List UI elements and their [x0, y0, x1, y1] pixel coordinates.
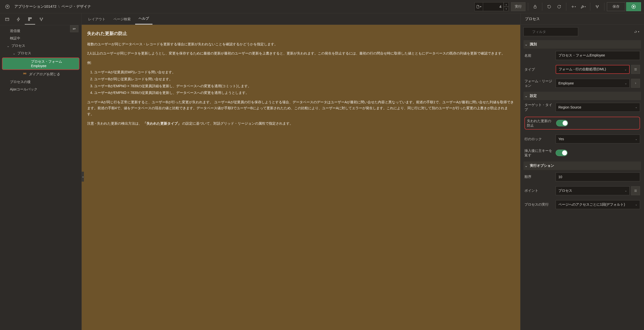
section-settings[interactable]: ⌄ 設定	[524, 92, 641, 100]
select-type[interactable]: フォーム - 行の自動処理(DML) ⌄	[556, 65, 630, 74]
tab-page-search[interactable]: ページ検索	[110, 14, 134, 25]
select-point[interactable]: プロセス ⌄	[556, 186, 630, 195]
divider	[590, 3, 590, 11]
chevron-down-icon: ⌄	[635, 106, 637, 109]
label-return-pk: 挿入後に主キーを返す	[524, 148, 553, 157]
redo-button[interactable]	[555, 2, 564, 11]
help-content: 失われた更新の防止 複数のユーザーが同じデータベース・レコードを更新する場合に更…	[82, 25, 520, 330]
label-target-type: ターゲット・タイプ	[524, 103, 553, 112]
help-title: 失われた更新の防止	[87, 30, 515, 38]
filter-input[interactable]	[524, 27, 578, 36]
page-up-button[interactable]: ▴	[504, 2, 508, 7]
go-button[interactable]: 実行	[511, 2, 526, 11]
help-paragraph: 2人以上のユーザーが同じデータを更新しようとし、変更を保存するために最後の更新が…	[87, 51, 515, 57]
help-text: 注意 - 失われた更新の検出方法は、	[87, 121, 142, 125]
divider	[604, 3, 604, 11]
help-list-item: ユーザーAがEMPNO = 7839の従業員詳細を更新し、データベースへの変更を…	[94, 90, 515, 96]
chevron-down-icon: ⌄	[524, 164, 528, 167]
tab-processing-icon[interactable]	[25, 14, 35, 25]
section-identification[interactable]: ⌄ 識別	[524, 40, 641, 49]
tab-layout[interactable]: レイアウト	[85, 14, 109, 25]
help-text-bold: 「失われた更新タイプ」	[143, 121, 181, 125]
utilities-button[interactable]: ▾	[579, 2, 588, 11]
divider	[566, 3, 566, 11]
section-title: 識別	[530, 42, 537, 47]
tree-item-processes[interactable]: ⌄ プロセス	[0, 42, 82, 50]
svg-point-7	[40, 18, 40, 19]
chevron-down-icon: ⌄	[524, 43, 528, 46]
help-text: の設定に基づいて、対話グリッド・リージョンの属性で指定されます。	[182, 121, 293, 125]
section-execution-options[interactable]: ⌄ 実行オプション	[524, 162, 641, 170]
tree-label: プロセス	[17, 51, 31, 56]
left-tab-bar	[0, 13, 82, 25]
page-number-spinner[interactable]: ▴ ▾	[504, 2, 508, 11]
shared-button[interactable]	[593, 2, 602, 11]
toggle-prevent-lost-updates[interactable]	[556, 120, 568, 126]
help-paragraph: 複数のユーザーが同じデータベース・レコードを更新する場合に更新が失われないことを…	[87, 41, 515, 47]
chevron-down-icon: ⌄	[625, 189, 627, 192]
svg-rect-10	[26, 63, 27, 64]
svg-rect-1	[534, 7, 536, 8]
tree-item-close-dialog[interactable]: ダイアログを閉じる	[0, 70, 82, 78]
tree-label: プロセス	[12, 44, 25, 48]
tab-rendering-icon[interactable]	[2, 14, 12, 25]
svg-point-2	[596, 5, 597, 6]
page-down-button[interactable]: ▾	[504, 7, 508, 11]
add-button[interactable]: ▾	[569, 2, 578, 11]
save-button[interactable]: 保存	[607, 2, 625, 11]
tab-dynamic-icon[interactable]	[13, 14, 24, 25]
tree-item-process-form-employee[interactable]: プロセス・フォームEmployee	[2, 58, 80, 70]
page-lock-icon[interactable]: ▾	[474, 2, 483, 11]
tab-shared-icon[interactable]	[36, 14, 46, 25]
label-process-run: プロセスの実行	[524, 202, 553, 207]
tree-item-validating[interactable]: 検証中	[0, 35, 82, 42]
tree-view-button[interactable]: ≡ ▾	[70, 25, 78, 32]
select-target-type[interactable]: Region Source ⌄	[556, 103, 640, 112]
help-example-list: ユーザーAが従業員(EMP)レコードを問い合せます。 ユーザーBが同じ従業員レコ…	[94, 69, 515, 96]
collapse-handle[interactable]: ◂	[82, 172, 84, 182]
form-region-goto-button[interactable]	[631, 79, 640, 88]
select-value: ページへのアクセスごとに1回(デフォルト)	[558, 202, 625, 207]
tree-item-after-processes[interactable]: プロセスの後	[0, 78, 82, 86]
topbar: アプリケーション101472 \ ページ・デザイナ ▾ ▴ ▾ 実行	[0, 0, 644, 13]
page-number-input[interactable]	[483, 2, 504, 11]
breadcrumb: アプリケーション101472 \ ページ・デザイナ	[14, 4, 91, 9]
tree-label: ダイアログを閉じる	[29, 72, 60, 77]
svg-point-3	[598, 5, 599, 6]
up-nav-button[interactable]	[3, 2, 12, 11]
help-list-item: ユーザーBがEMPNO = 7839の従業員詳細を更新し、データベースへの変更を…	[94, 83, 515, 89]
svg-rect-6	[6, 18, 9, 21]
select-process-run[interactable]: ページへのアクセスごとに1回(デフォルト) ⌄	[556, 200, 640, 209]
run-button[interactable]	[626, 2, 641, 11]
lock-button[interactable]	[531, 2, 540, 11]
tree-item-after-submit[interactable]: 送信後	[0, 27, 82, 35]
chevron-down-icon: ⌄	[635, 138, 637, 141]
section-title: 設定	[530, 94, 537, 98]
input-name[interactable]: プロセス・フォームEmployee	[556, 51, 640, 60]
help-example-label: 例:	[87, 60, 515, 66]
right-panel-header: プロセス	[520, 13, 644, 25]
tree-item-processes-sub[interactable]: ⌄ プロセス	[0, 50, 82, 57]
chevron-down-icon: ⌄	[625, 82, 627, 85]
breadcrumb-app[interactable]: アプリケーション101472	[14, 4, 56, 9]
filter-menu-button[interactable]: ▾	[632, 27, 641, 36]
input-sequence[interactable]: 10	[556, 172, 640, 181]
property-editor: ⌄ 識別 名前 プロセス・フォームEmployee タイプ フォーム - 行の自…	[520, 39, 644, 330]
tab-help[interactable]: ヘルプ	[135, 13, 152, 25]
select-form-region[interactable]: Employee ⌄	[556, 79, 630, 88]
center-tabs: レイアウト ページ検索 ヘルプ	[82, 13, 520, 25]
select-value: フォーム - 行の自動処理(DML)	[558, 67, 606, 72]
svg-rect-12	[24, 73, 24, 74]
undo-button[interactable]	[545, 2, 554, 11]
toggle-return-pk[interactable]	[556, 150, 568, 156]
label-point: ポイント	[524, 188, 553, 193]
help-paragraph: ユーザーAが同じ行を正常に更新すると、ユーザーBが行った変更が失われます。 ユー…	[87, 99, 515, 117]
type-options-button[interactable]	[631, 65, 640, 74]
label-type: タイプ	[524, 67, 553, 72]
chevron-down-icon: ⌄	[635, 203, 637, 206]
select-row-lock[interactable]: Yes ⌄	[556, 135, 640, 143]
point-options-button[interactable]	[631, 186, 640, 195]
breadcrumb-page[interactable]: ページ・デザイナ	[62, 4, 91, 9]
svg-rect-11	[28, 63, 28, 64]
tree-item-ajax-callback[interactable]: Ajaxコールバック	[0, 86, 82, 93]
